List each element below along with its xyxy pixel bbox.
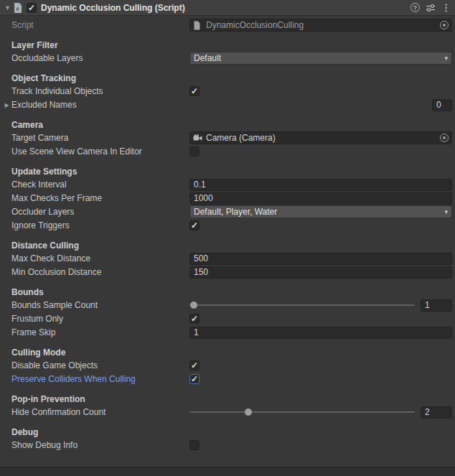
ignore-triggers-checkbox[interactable]: ✓ bbox=[189, 220, 200, 230]
help-icon[interactable]: ? bbox=[411, 3, 420, 12]
inspector-footer bbox=[0, 467, 455, 476]
section-popin-prevention: Pop-in Prevention bbox=[0, 393, 455, 406]
frustum-only-checkbox[interactable]: ✓ bbox=[189, 314, 200, 324]
dropdown-arrow-icon: ▾ bbox=[444, 55, 448, 62]
excluded-names-foldout-icon[interactable]: ▶ bbox=[2, 102, 11, 108]
occluder-layers-dropdown[interactable]: Default, Player, Water ▾ bbox=[189, 205, 452, 218]
max-check-distance-row: Max Check Distance bbox=[0, 252, 452, 265]
section-distance-culling: Distance Culling bbox=[0, 239, 455, 252]
show-debug-info-row: Show Debug Info bbox=[0, 439, 452, 452]
section-camera: Camera bbox=[0, 118, 455, 131]
hide-confirmation-count-slider[interactable] bbox=[189, 407, 415, 417]
hide-confirmation-count-input[interactable] bbox=[421, 406, 452, 419]
occluder-layers-label: Occluder Layers bbox=[11, 207, 189, 217]
max-checks-input[interactable] bbox=[189, 192, 452, 205]
preserve-colliders-label: Preserve Colliders When Culling bbox=[11, 374, 189, 384]
max-check-distance-label: Max Check Distance bbox=[11, 253, 189, 263]
script-label: Script bbox=[11, 20, 189, 30]
svg-text:#: # bbox=[17, 6, 19, 11]
max-checks-label: Max Checks Per Frame bbox=[11, 193, 189, 203]
hide-confirmation-count-label: Hide Confirmation Count bbox=[11, 407, 189, 417]
min-occlusion-distance-label: Min Occlusion Distance bbox=[11, 267, 189, 277]
ignore-triggers-row: Ignore Triggers ✓ bbox=[0, 219, 452, 232]
inspector-body: Script DynamicOcclusionCulling Layer Fil… bbox=[0, 16, 455, 452]
frustum-only-label: Frustum Only bbox=[11, 314, 189, 324]
track-individual-objects-label: Track Individual Objects bbox=[11, 86, 189, 96]
occludable-layers-dropdown[interactable]: Default ▾ bbox=[189, 52, 452, 65]
bounds-sample-count-slider[interactable] bbox=[189, 300, 415, 310]
script-value: DynamicOcclusionCulling bbox=[206, 20, 438, 30]
target-camera-label: Target Camera bbox=[11, 133, 189, 143]
foldout-icon[interactable]: ▼ bbox=[3, 4, 12, 11]
check-interval-label: Check Interval bbox=[11, 179, 189, 190]
frame-skip-row: Frame Skip bbox=[0, 326, 452, 339]
frame-skip-input[interactable] bbox=[189, 327, 452, 339]
occludable-layers-label: Occludable Layers bbox=[11, 53, 189, 63]
bounds-sample-count-label: Bounds Sample Count bbox=[11, 300, 189, 310]
track-individual-objects-row: Track Individual Objects ✓ bbox=[0, 85, 452, 98]
check-icon: ✓ bbox=[191, 314, 198, 323]
check-icon: ✓ bbox=[191, 361, 198, 370]
check-icon: ✓ bbox=[28, 4, 35, 12]
bounds-sample-count-input[interactable] bbox=[421, 299, 452, 312]
object-picker-icon[interactable] bbox=[440, 21, 449, 29]
min-occlusion-distance-input[interactable] bbox=[189, 266, 452, 279]
disable-game-objects-label: Disable Game Objects bbox=[11, 360, 189, 370]
disable-game-objects-row: Disable Game Objects ✓ bbox=[0, 359, 452, 372]
preserve-colliders-checkbox[interactable]: ✓ bbox=[189, 374, 200, 384]
component-header[interactable]: ▼ # ✓ Dynamic Occlusion Culling (Script)… bbox=[0, 0, 455, 16]
section-layer-filter: Layer Filter bbox=[0, 39, 455, 52]
show-debug-info-label: Show Debug Info bbox=[11, 440, 189, 450]
min-occlusion-distance-row: Min Occlusion Distance bbox=[0, 266, 452, 279]
section-update-settings: Update Settings bbox=[0, 165, 455, 178]
use-scene-view-checkbox[interactable] bbox=[189, 146, 200, 157]
max-checks-row: Max Checks Per Frame bbox=[0, 192, 452, 205]
target-camera-value: Camera (Camera) bbox=[206, 133, 438, 143]
occluder-layers-row: Occluder Layers Default, Player, Water ▾ bbox=[0, 205, 452, 218]
object-picker-icon[interactable] bbox=[440, 134, 449, 142]
bounds-sample-count-row: Bounds Sample Count bbox=[0, 299, 452, 312]
show-debug-info-checkbox[interactable] bbox=[189, 440, 200, 450]
hide-confirmation-count-row: Hide Confirmation Count bbox=[0, 406, 452, 419]
use-scene-view-row: Use Scene View Camera In Editor bbox=[0, 145, 452, 158]
check-interval-row: Check Interval bbox=[0, 178, 452, 191]
camera-icon bbox=[193, 134, 203, 143]
frame-skip-label: Frame Skip bbox=[11, 327, 189, 337]
excluded-names-row: ▶ Excluded Names bbox=[0, 98, 452, 111]
occludable-layers-row: Occludable Layers Default ▾ bbox=[0, 52, 452, 65]
target-camera-object-field[interactable]: Camera (Camera) bbox=[189, 131, 452, 144]
menu-icon[interactable]: ⋮ bbox=[441, 2, 451, 13]
excluded-names-label: Excluded Names bbox=[11, 100, 189, 110]
preserve-colliders-row: Preserve Colliders When Culling ✓ bbox=[0, 373, 452, 386]
slider-track bbox=[189, 304, 415, 306]
slider-knob[interactable] bbox=[245, 409, 252, 416]
frustum-only-row: Frustum Only ✓ bbox=[0, 312, 452, 325]
track-individual-objects-checkbox[interactable]: ✓ bbox=[189, 86, 200, 96]
check-icon: ✓ bbox=[191, 221, 198, 230]
check-icon: ✓ bbox=[191, 375, 198, 383]
target-camera-row: Target Camera Camera (Camera) bbox=[0, 131, 452, 144]
excluded-names-size-input[interactable] bbox=[432, 99, 452, 111]
script-icon bbox=[193, 21, 203, 30]
slider-track bbox=[189, 411, 415, 413]
section-culling-mode: Culling Mode bbox=[0, 346, 455, 359]
script-component-icon: # bbox=[12, 2, 24, 14]
check-icon: ✓ bbox=[191, 87, 198, 95]
max-check-distance-input[interactable] bbox=[189, 253, 452, 265]
component-enabled-checkbox[interactable]: ✓ bbox=[27, 3, 37, 13]
use-scene-view-label: Use Scene View Camera In Editor bbox=[11, 146, 189, 157]
section-object-tracking: Object Tracking bbox=[0, 72, 455, 85]
disable-game-objects-checkbox[interactable]: ✓ bbox=[189, 360, 200, 370]
ignore-triggers-label: Ignore Triggers bbox=[11, 220, 189, 230]
script-row: Script DynamicOcclusionCulling bbox=[0, 19, 452, 32]
section-debug: Debug bbox=[0, 426, 455, 439]
dropdown-arrow-icon: ▾ bbox=[444, 208, 448, 215]
check-interval-input[interactable] bbox=[189, 179, 452, 191]
section-bounds: Bounds bbox=[0, 286, 455, 299]
script-object-field[interactable]: DynamicOcclusionCulling bbox=[189, 19, 452, 32]
presets-icon[interactable] bbox=[426, 3, 436, 13]
slider-knob[interactable] bbox=[190, 302, 197, 309]
component-title: Dynamic Occlusion Culling (Script) bbox=[41, 3, 411, 13]
